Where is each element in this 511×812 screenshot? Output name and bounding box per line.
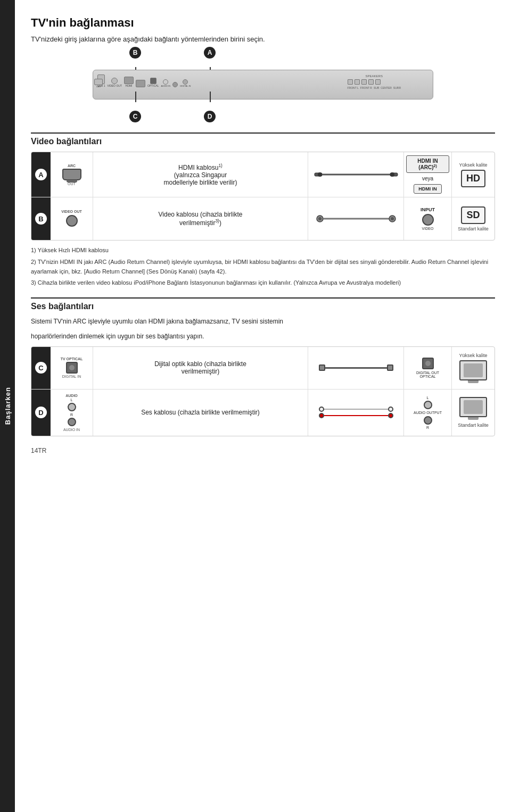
quality-bottom-b: Standart kalite: [458, 226, 489, 231]
rca-wire-white: [319, 408, 393, 411]
tv-port-b: INPUT VIDEO: [404, 197, 452, 240]
rca-plug-red-l: [319, 413, 324, 418]
video-sub-label: VIDEO: [422, 227, 434, 230]
rca-line-white: [324, 409, 388, 410]
badge-a-circle: A: [35, 169, 47, 180]
sidebar: Başlarken: [0, 0, 15, 812]
quality-badge-hd: HD: [461, 170, 485, 187]
rca-plug-white-r: [388, 407, 393, 412]
footnote-2: 2) TV'nizin HDMI IN jakı ARC (Audio Retu…: [31, 258, 495, 276]
tv-audio-r-icon: [424, 416, 432, 425]
line-c-bottom: [135, 92, 136, 102]
device-outer: B A USB 1 VIDEO OUT: [93, 67, 433, 102]
rca-cable-icon: [319, 408, 393, 417]
tv-port-c: DIGITAL OUT OPTICAL: [404, 347, 452, 389]
video-port-icon: [66, 215, 78, 227]
footnote-3: 3) Cihazla birlikte verilen video kablos…: [31, 278, 495, 288]
desc-d: Ses kablosu (cihazla birlikte verilmemiş…: [93, 390, 308, 436]
video-connections: A ARC OUT HDMI kablosu1) (yalnızca Singa…: [31, 152, 495, 241]
badge-b-circle: B: [35, 213, 47, 225]
hdmi-port-2: [136, 80, 145, 87]
desc-c: Dijital optik kablo (cihazla birlikte ve…: [93, 347, 308, 389]
optical-port-icon: [66, 362, 78, 374]
badge-b: B: [129, 47, 141, 59]
optical-port-device: [150, 78, 156, 84]
badge-a: A: [204, 47, 216, 59]
digital-in-label: DIGITAL IN: [62, 375, 81, 378]
quality-label-c: Yüksek kalite: [459, 353, 487, 358]
tv-icon-quality-c: [459, 360, 487, 383]
video-out-label: VIDEO OUT: [61, 210, 82, 213]
cable-d: [308, 390, 404, 436]
digital-out-optical-label: DIGITAL OUT OPTICAL: [416, 371, 439, 378]
badge-col-a: A: [31, 152, 51, 197]
rca-plug-white-l: [319, 407, 324, 412]
ses-connections: C TV OPTICAL DIGITAL IN Dijital optik ka…: [31, 346, 495, 436]
audio-output-label: AUDIO OUTPUT: [414, 411, 442, 415]
cable-c: [308, 347, 404, 389]
device-diagram: B A USB 1 VIDEO OUT: [31, 53, 495, 117]
badge-c-circle: C: [35, 362, 47, 374]
conn-row-b: B VIDEO OUT Video kablosu (cihazla birli…: [31, 197, 494, 240]
page-title: TV'nin bağlanması: [31, 16, 495, 30]
lan-port: LAN: [94, 79, 103, 88]
desc-a: HDMI kablosu1) (yalnızca Singapur modell…: [93, 152, 308, 197]
tv-port-d: L AUDIO OUTPUT R: [404, 390, 452, 436]
quality-bottom-d: Standart kalite: [458, 422, 489, 428]
audio-r-tv-label: R: [426, 426, 429, 429]
desc-b: Video kablosu (cihazla birlikte verilmem…: [93, 197, 308, 240]
optical-line: [325, 367, 387, 369]
tv-optical-label: TV OPTICAL: [61, 357, 83, 361]
quality-a: Yüksek kalite HD: [452, 152, 494, 197]
quality-badge-sd: SD: [461, 206, 485, 224]
rca-wire-red: [319, 414, 393, 417]
hdmi-in-box2: HDMI IN: [414, 184, 442, 194]
audio-in-label: AUDIO IN: [63, 428, 80, 432]
ses-section-title: Ses bağlantıları: [31, 297, 495, 311]
audio-r-label: R: [70, 413, 73, 417]
ports-left: USB 1 VIDEO OUT HDMI OPT: [97, 74, 191, 87]
input-video-icon: [422, 214, 434, 226]
source-icon-d: AUDIO L R AUDIO IN: [51, 390, 93, 436]
input-label: INPUT: [421, 207, 435, 212]
audio-l: [163, 79, 168, 85]
tv-port-a: HDMI IN (ARC)2) veya HDMI IN: [404, 152, 452, 197]
conn-row-d: D AUDIO L R AUDIO IN Ses kablosu (cihazl…: [31, 390, 494, 436]
hdmi-port-1: [124, 77, 134, 84]
source-icon-b: VIDEO OUT: [51, 197, 93, 240]
svg-point-9: [391, 217, 394, 220]
audio-r-port-icon: [68, 418, 76, 426]
quality-d: Standart kalite: [452, 390, 494, 436]
badge-col-d: D: [31, 390, 51, 436]
conn-row-a: A ARC OUT HDMI kablosu1) (yalnızca Singa…: [31, 152, 494, 197]
svg-point-6: [318, 217, 322, 220]
audio-l-port-icon: [68, 403, 76, 411]
speakers-area: SPEAKERS FRONT L FRONT R SUB CENTER SURR: [348, 74, 401, 89]
page-number: 14TR: [31, 447, 495, 454]
cable-a: [308, 152, 404, 197]
quality-label-a: Yüksek kalite: [459, 162, 487, 168]
svg-point-3: [318, 172, 322, 177]
arc-label: ARC: [68, 164, 76, 168]
footnotes: 1) Yüksek Hızlı HDMI kablosu 2) TV'nizin…: [31, 246, 495, 287]
intro-text: TV'nizdeki giriş jaklarına göre aşağıdak…: [31, 35, 495, 43]
optical-plug-right: [387, 364, 393, 371]
tv-optical-port-icon: [422, 358, 434, 369]
digital-in: [183, 79, 188, 85]
line-d-bottom: [210, 92, 211, 102]
audio-l-label: L: [71, 398, 73, 402]
badge-d: D: [204, 111, 216, 122]
audio-l-tv-label: L: [427, 396, 429, 400]
rca-plug-red-r: [388, 413, 393, 418]
hdmi-port-icon: [62, 169, 81, 180]
rca-line-red: [324, 415, 388, 416]
device-chassis: USB 1 VIDEO OUT HDMI OPT: [93, 70, 433, 100]
main-content: TV'nin bağlanması TV'nizdeki giriş jakla…: [15, 0, 511, 812]
audio-label: AUDIO: [65, 394, 78, 397]
optical-cable-icon: [319, 364, 393, 371]
ses-intro-2: hoparlörlerinden dinlemek için uygun bir…: [31, 332, 495, 341]
cable-b: [308, 197, 404, 240]
out-label: OUT: [68, 182, 76, 186]
quality-c: Yüksek kalite: [452, 347, 494, 389]
source-icon-c: TV OPTICAL DIGITAL IN: [51, 347, 93, 389]
